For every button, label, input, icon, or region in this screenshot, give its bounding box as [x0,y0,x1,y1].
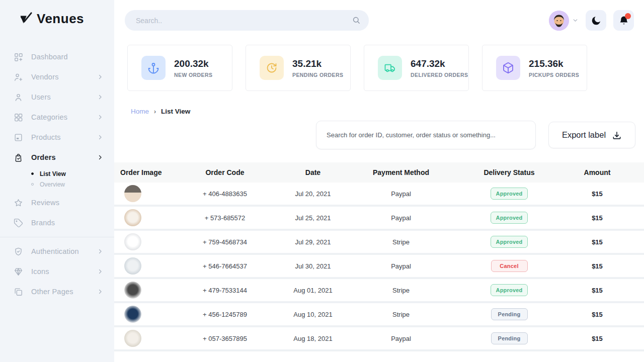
sidebar-item-other-pages[interactable]: Other Pages [0,282,114,302]
sidebar-subitem-list-view[interactable]: List View [31,168,114,179]
order-code: + 759-4568734 [175,238,275,246]
moon-icon [591,15,602,26]
sidebar-item-orders[interactable]: Orders [0,147,114,167]
stats-cards: 200.32k NEW ORDERS 35.21k PENDING ORDERS… [114,31,644,91]
order-date: Aug 10, 2021 [275,311,351,318]
sidebar-subitem-overview[interactable]: Overview [31,179,114,190]
table-row[interactable]: + 573-685572 Jul 25, 2021 Paypal Approve… [114,207,644,231]
stat-card-new-orders[interactable]: 200.32k NEW ORDERS [127,45,232,91]
status-badge[interactable]: Pending [491,332,528,344]
order-code: + 479-7533144 [175,287,275,294]
sidebar-item-vendors[interactable]: Vendors [0,67,114,87]
status-badge[interactable]: Approved [491,236,528,248]
order-date: Jul 20, 2021 [275,190,351,198]
truck-icon [378,56,402,80]
product-image [124,185,141,202]
search-icon[interactable] [352,16,361,25]
sidebar-item-authentication[interactable]: Authentication [0,241,114,261]
shield-check-icon [14,246,24,256]
export-label-text: Export label [562,130,606,140]
orders-toolbar: Export label [114,115,644,149]
order-date: Aug 01, 2021 [275,287,351,294]
product-image [124,330,141,347]
order-date: Aug 18, 2021 [275,335,351,342]
table-row[interactable]: + 759-4568734 Jul 29, 2021 Stripe Approv… [114,231,644,255]
stat-card-pending-orders[interactable]: 35.21k PENDING ORDERS [246,45,351,91]
order-search-input[interactable] [316,131,535,139]
payment-method: Stripe [351,238,451,246]
column-header: Order Image [114,168,175,176]
order-amount: $15 [567,190,627,198]
download-icon [612,130,622,140]
topbar [114,0,644,31]
column-header: Date [275,168,351,176]
chevron-right-icon [97,134,103,140]
sidebar-item-icons[interactable]: Icons [0,261,114,282]
stat-label: DELIVERED ORDERS [411,72,468,78]
notifications-button[interactable] [613,10,634,31]
sidebar-item-dashboard[interactable]: Dashboard [0,47,114,67]
tag-icon [14,218,24,228]
subitem-label: List View [40,170,66,177]
order-code: + 406-4883635 [175,190,275,198]
order-code: + 456-1245789 [175,311,275,318]
order-code: + 546-7664537 [175,262,275,270]
global-search [125,10,369,31]
product-image [124,233,141,250]
chevron-right-icon: › [154,108,156,115]
sidebar-item-users[interactable]: Users [0,87,114,107]
sidebar-item-reviews[interactable]: Reviews [0,193,114,213]
chevron-right-icon [97,154,103,160]
breadcrumb: Home › List View [114,91,644,115]
table-row[interactable]: + 057-3657895 Aug 18, 2021 Paypal Pendin… [114,327,644,351]
order-amount: $15 [567,214,627,222]
brand-name: Venues [37,11,84,27]
sidebar-item-categories[interactable]: Categories [0,107,114,127]
sidebar-item-label: Dashboard [31,53,103,61]
table-row[interactable]: + 546-7664537 Jul 30, 2021 Paypal Cancel… [114,255,644,279]
stat-card-delivered-orders[interactable]: 647.32k DELIVERED ORDERS [364,45,469,91]
product-image [124,306,141,323]
status-badge[interactable]: Cancel [491,260,528,272]
history-clock-icon [260,56,284,80]
payment-method: Stripe [351,287,451,294]
dashboard-icon [14,52,24,62]
status-badge[interactable]: Approved [491,284,528,296]
brand-logo[interactable]: Venues [0,0,114,27]
dark-mode-toggle[interactable] [586,10,606,31]
venues-logo-icon [17,12,32,27]
product-icon [14,132,24,142]
stat-label: PICKUPS ORDERS [529,72,579,78]
order-amount: $15 [567,311,627,318]
sidebar-divider [0,237,114,237]
stat-card-pickups-orders[interactable]: 215.36k PICKUPS ORDERS [482,45,587,91]
bullet-icon [31,183,34,186]
order-amount: $15 [567,238,627,246]
sidebar-menu: Dashboard Vendors Users Categories [0,47,114,302]
order-amount: $15 [567,335,627,342]
export-label-button[interactable]: Export label [548,122,635,148]
chevron-right-icon [97,114,103,120]
status-badge[interactable]: Approved [491,212,528,224]
column-header: Order Code [175,168,275,176]
product-image [124,209,141,226]
global-search-input[interactable] [125,10,369,31]
table-row[interactable]: + 479-7533144 Aug 01, 2021 Stripe Approv… [114,279,644,303]
sidebar-item-brands[interactable]: Brands [0,213,114,233]
grid-icon [14,112,24,122]
table-header: Order Image Order Code Date Payment Meth… [114,162,644,183]
sidebar-item-products[interactable]: Products [0,127,114,147]
stat-label: NEW ORDERS [174,72,212,78]
user-menu[interactable] [549,11,579,31]
status-badge[interactable]: Pending [491,308,528,320]
breadcrumb-home[interactable]: Home [131,108,149,115]
avatar[interactable] [549,11,569,31]
order-date: Jul 30, 2021 [275,262,351,270]
sidebar-item-label: Users [31,93,97,101]
status-badge[interactable]: Approved [491,188,528,200]
column-header: Payment Method [351,168,451,176]
table-row[interactable]: + 406-4883635 Jul 20, 2021 Paypal Approv… [114,183,644,207]
table-row[interactable]: + 456-1245789 Aug 10, 2021 Stripe Pendin… [114,303,644,327]
order-code: + 573-685572 [175,214,275,222]
sidebar-item-label: Products [31,133,97,141]
